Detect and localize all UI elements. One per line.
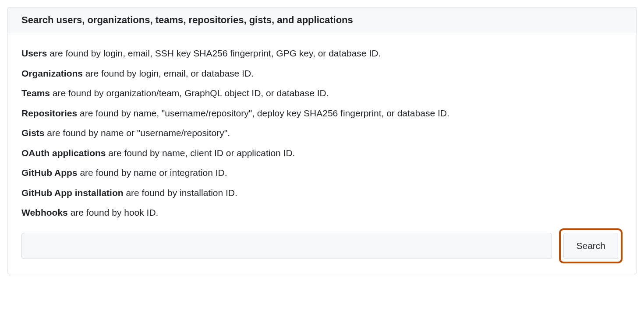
panel-body: Users are found by login, email, SSH key… (7, 33, 637, 274)
help-rest: are found by installation ID. (124, 188, 237, 198)
help-line-organizations: Organizations are found by login, email,… (21, 66, 623, 80)
help-rest: are found by organization/team, GraphQL … (50, 88, 329, 98)
panel-header: Search users, organizations, teams, repo… (7, 7, 637, 33)
help-bold: Webhooks (21, 207, 68, 217)
help-bold: OAuth applications (21, 148, 106, 158)
help-bold: Gists (21, 128, 45, 138)
help-line-teams: Teams are found by organization/team, Gr… (21, 86, 623, 100)
help-rest: are found by name, "username/repository"… (77, 108, 449, 118)
help-rest: are found by name or "username/repositor… (45, 128, 230, 138)
search-row: Search (21, 228, 623, 263)
search-button[interactable]: Search (563, 233, 618, 259)
help-bold: Users (21, 48, 47, 58)
help-rest: are found by name, client ID or applicat… (106, 148, 295, 158)
help-line-gists: Gists are found by name or "username/rep… (21, 126, 623, 140)
help-rest: are found by login, email, or database I… (83, 68, 254, 78)
panel-title: Search users, organizations, teams, repo… (21, 14, 623, 26)
help-bold: GitHub Apps (21, 168, 78, 178)
search-panel: Search users, organizations, teams, repo… (7, 7, 637, 274)
help-bold: Teams (21, 88, 50, 98)
help-rest: are found by hook ID. (68, 207, 159, 217)
help-bold: Organizations (21, 68, 83, 78)
help-line-github-app-installation: GitHub App installation are found by ins… (21, 186, 623, 200)
help-line-oauth-applications: OAuth applications are found by name, cl… (21, 146, 623, 160)
help-rest: are found by login, email, SSH key SHA25… (47, 48, 381, 58)
search-button-highlight: Search (559, 228, 623, 263)
help-bold: GitHub App installation (21, 188, 124, 198)
help-line-repositories: Repositories are found by name, "usernam… (21, 106, 623, 120)
help-rest: are found by name or integration ID. (78, 168, 227, 178)
help-line-users: Users are found by login, email, SSH key… (21, 46, 623, 60)
search-input[interactable] (21, 233, 552, 259)
help-line-github-apps: GitHub Apps are found by name or integra… (21, 166, 623, 180)
help-line-webhooks: Webhooks are found by hook ID. (21, 206, 623, 220)
help-bold: Repositories (21, 108, 77, 118)
